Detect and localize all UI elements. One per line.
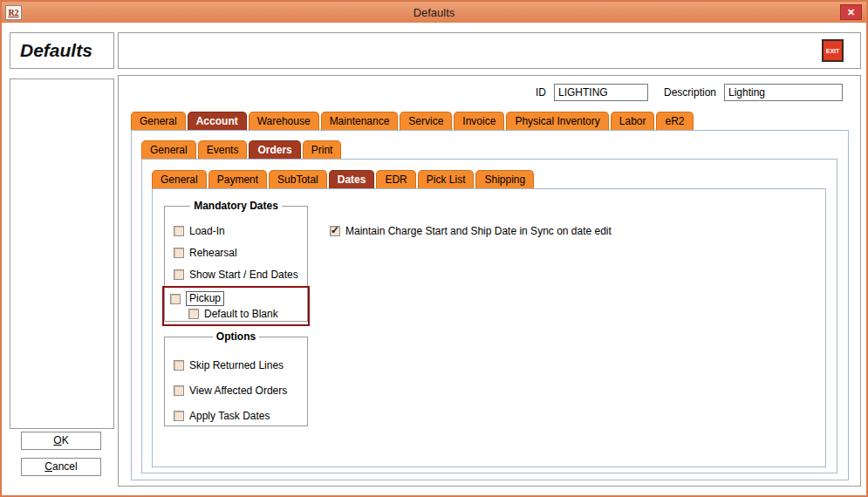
- show-start-end-dates-option[interactable]: Show Start / End Dates: [174, 269, 298, 281]
- toolbar: EXIT: [118, 32, 861, 69]
- tab1-labor[interactable]: Labor: [611, 112, 655, 130]
- apply-task-dates-checkbox[interactable]: [174, 411, 184, 421]
- load-in-label: Load-In: [189, 225, 225, 237]
- view-affected-orders-label: View Affected Orders: [189, 385, 287, 397]
- close-button[interactable]: ✕: [840, 4, 862, 20]
- tab1-warehouse[interactable]: Warehouse: [249, 112, 319, 130]
- titlebar: R2 Defaults ✕: [2, 2, 866, 23]
- account-tab-panel: General Events Orders Print General Paym…: [131, 130, 849, 480]
- pickup-highlight-box: Pickup Default to Blank: [162, 286, 310, 326]
- pickup-label: Pickup: [186, 291, 224, 306]
- tab1-invoice[interactable]: Invoice: [454, 112, 504, 130]
- pickup-checkbox[interactable]: [170, 294, 181, 304]
- rehearsal-option[interactable]: Rehearsal: [174, 247, 298, 259]
- tab3-pick-list[interactable]: Pick List: [418, 170, 475, 188]
- orders-tab-panel: General Payment SubTotal Dates EDR Pick …: [141, 159, 837, 473]
- tabs-level2: General Events Orders Print: [141, 140, 343, 159]
- tabs-level1: General Account Warehouse Maintenance Se…: [131, 112, 695, 130]
- tab1-maintenance[interactable]: Maintenance: [321, 112, 399, 130]
- sidebar-list[interactable]: [10, 78, 114, 429]
- tab2-general[interactable]: General: [141, 140, 196, 159]
- id-input[interactable]: [554, 84, 648, 101]
- pickup-option[interactable]: Pickup: [170, 291, 302, 306]
- window-body: Defaults EXIT OK Cancel ID Description G…: [2, 23, 866, 495]
- tab1-physical-inventory[interactable]: Physical Inventory: [506, 112, 608, 130]
- tab1-account[interactable]: Account: [188, 112, 247, 130]
- mandatory-dates-title: Mandatory Dates: [190, 200, 282, 212]
- default-to-blank-label: Default to Blank: [204, 308, 278, 320]
- tab3-dates[interactable]: Dates: [329, 170, 375, 188]
- tab3-subtotal[interactable]: SubTotal: [269, 170, 327, 188]
- view-affected-orders-option[interactable]: View Affected Orders: [174, 385, 298, 397]
- main-panel: ID Description General Account Warehouse…: [118, 75, 861, 487]
- skip-returned-lines-option[interactable]: Skip Returned Lines: [174, 359, 298, 371]
- defaults-window: R2 Defaults ✕ Defaults EXIT OK Cancel ID…: [0, 0, 868, 497]
- rehearsal-label: Rehearsal: [189, 247, 237, 259]
- show-start-end-dates-checkbox[interactable]: [174, 269, 184, 280]
- sync-date-checkbox[interactable]: [330, 226, 340, 236]
- skip-returned-lines-label: Skip Returned Lines: [189, 359, 284, 371]
- window-title: Defaults: [2, 6, 866, 19]
- close-icon: ✕: [847, 7, 855, 18]
- app-icon: R2: [5, 5, 22, 20]
- tab2-events[interactable]: Events: [198, 140, 248, 159]
- cancel-button[interactable]: Cancel: [21, 458, 101, 476]
- tab3-payment[interactable]: Payment: [208, 170, 267, 188]
- tab3-shipping[interactable]: Shipping: [475, 170, 534, 188]
- skip-returned-lines-checkbox[interactable]: [174, 360, 184, 371]
- tab1-er2[interactable]: eR2: [656, 112, 693, 130]
- default-to-blank-option[interactable]: Default to Blank: [188, 308, 302, 320]
- load-in-option[interactable]: Load-In: [174, 225, 298, 237]
- tab3-edr[interactable]: EDR: [376, 170, 415, 188]
- show-start-end-dates-label: Show Start / End Dates: [189, 269, 298, 281]
- tab2-orders[interactable]: Orders: [249, 140, 300, 159]
- exit-button[interactable]: EXIT: [822, 39, 844, 62]
- description-label: Description: [664, 86, 716, 99]
- id-label: ID: [536, 86, 546, 99]
- view-affected-orders-checkbox[interactable]: [174, 385, 184, 396]
- heading-box: Defaults: [10, 32, 114, 69]
- dates-tab-panel: Mandatory Dates Load-In Rehearsal: [152, 188, 826, 467]
- id-description-row: ID Description: [536, 84, 843, 101]
- default-to-blank-checkbox[interactable]: [188, 309, 199, 319]
- options-title: Options: [213, 330, 259, 343]
- tab2-print[interactable]: Print: [303, 140, 342, 159]
- apply-task-dates-option[interactable]: Apply Task Dates: [174, 410, 298, 422]
- mandatory-dates-group: Mandatory Dates Load-In Rehearsal: [164, 200, 308, 322]
- sync-date-option[interactable]: Maintain Charge Start and Ship Date in S…: [330, 225, 612, 237]
- tab1-general[interactable]: General: [131, 112, 186, 130]
- tab3-general[interactable]: General: [152, 170, 207, 188]
- rehearsal-checkbox[interactable]: [174, 248, 184, 258]
- apply-task-dates-label: Apply Task Dates: [189, 410, 270, 422]
- description-input[interactable]: [724, 84, 843, 101]
- ok-button[interactable]: OK: [21, 432, 101, 450]
- tabs-level3: General Payment SubTotal Dates EDR Pick …: [152, 170, 536, 188]
- tab1-service[interactable]: Service: [400, 112, 452, 130]
- page-title: Defaults: [20, 40, 92, 61]
- load-in-checkbox[interactable]: [174, 226, 184, 236]
- options-group: Options Skip Returned Lines View Affecte…: [164, 330, 308, 426]
- sync-date-label: Maintain Charge Start and Ship Date in S…: [345, 225, 612, 237]
